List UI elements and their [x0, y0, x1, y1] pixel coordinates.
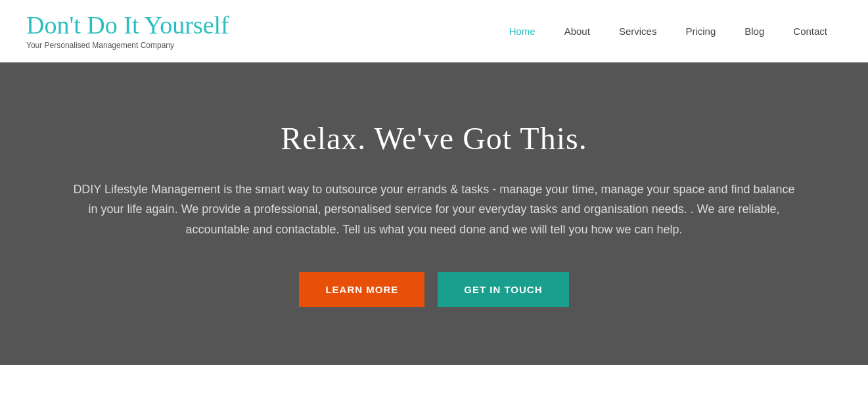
below-hero-section: Take Control Of Your Time. Yeah, We Can …	[0, 365, 868, 399]
learn-more-button[interactable]: LEARN MORE	[299, 272, 424, 307]
hero-section: Relax. We've Got This. DDIY Lifestyle Ma…	[0, 62, 868, 365]
header: Don't Do It Yourself Your Personalised M…	[0, 0, 868, 62]
hero-title: Relax. We've Got This.	[281, 120, 587, 156]
logo-text[interactable]: Don't Do It Yourself	[26, 12, 229, 39]
logo-tagline: Your Personalised Management Company	[26, 41, 229, 50]
hero-buttons: LEARN MORE GET IN TOUCH	[299, 272, 568, 307]
nav-item-home[interactable]: Home	[495, 0, 550, 62]
nav-item-services[interactable]: Services	[605, 0, 672, 62]
hero-description: DDIY Lifestyle Management is the smart w…	[73, 179, 796, 240]
nav-item-contact[interactable]: Contact	[779, 0, 842, 62]
nav-item-pricing[interactable]: Pricing	[671, 0, 730, 62]
main-nav: Home About Services Pricing Blog Contact	[495, 0, 842, 62]
get-in-touch-button[interactable]: GET IN TOUCH	[438, 272, 568, 307]
logo-area: Don't Do It Yourself Your Personalised M…	[26, 12, 229, 50]
nav-item-blog[interactable]: Blog	[730, 0, 779, 62]
nav-item-about[interactable]: About	[550, 0, 605, 62]
